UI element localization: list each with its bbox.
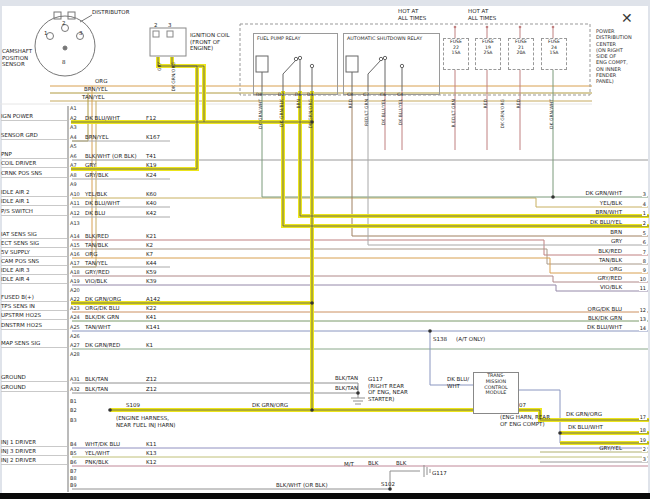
pdc-note: POWER DISTRIBUTION CENTER (ON RIGHT SIDE… xyxy=(596,28,648,84)
wire-label: 8 xyxy=(62,59,66,66)
wire-label: DK GRN/ORG xyxy=(566,411,602,418)
wire-label: C2 xyxy=(363,92,369,97)
wire-label: BLK xyxy=(368,460,378,467)
wire-label: DISTRIBUTOR xyxy=(92,9,129,16)
wiring-diagram-window: FUEL PUMP RELAYAUTOMATIC SHUTDOWN RELAY … xyxy=(0,0,650,499)
wire-label: 1 xyxy=(44,30,48,37)
wire-label: C4 xyxy=(397,92,403,97)
wire-label: BLK xyxy=(396,460,406,467)
wire-label: DK GRN/ORG xyxy=(171,62,176,92)
wire-label: IGNITION COIL (FRONT OF ENGINE) xyxy=(190,32,230,52)
close-icon[interactable]: ✕ xyxy=(621,10,633,26)
wire-label: G117 xyxy=(432,470,447,477)
wire-label: HOT AT ALL TIMES xyxy=(398,8,426,21)
wire-label: 2 xyxy=(62,20,66,27)
tcm-box: TRANS- MISSION CONTROL MODULE xyxy=(473,372,519,414)
wire-label: S109 xyxy=(126,402,140,409)
bottom-window-edge xyxy=(0,493,650,499)
wire-label: DK BLU/WHT xyxy=(568,424,603,431)
wire-label: 3 xyxy=(79,30,83,37)
wire-label: (ENG HARN, REAR OF ENG COMPT) xyxy=(500,414,550,427)
wire-label: BLK/TAN xyxy=(335,385,358,392)
wire-label: DK BLU/ WHT xyxy=(447,376,469,389)
wire-label: G117 (RIGHT REAR OF ENG, NEAR STARTER) xyxy=(368,376,408,402)
wire-label: S138 xyxy=(433,336,447,343)
wire-label: D8 xyxy=(256,92,262,97)
wire-label: C6 xyxy=(380,92,386,97)
wire-label: CAMSHAFT POSITION SENSOR xyxy=(2,48,32,68)
wire-label: D2 xyxy=(278,92,284,97)
wire-label: DK GRN/ORG xyxy=(252,402,288,409)
wire-label: BRN/YEL xyxy=(84,86,107,93)
wire-label: S102 xyxy=(381,481,395,488)
wire-label: 2 xyxy=(154,22,158,29)
wire-label: BLK/TAN xyxy=(335,375,358,382)
wire-label: BLK/WHT (OR BLK) xyxy=(276,482,328,489)
wire-label: D4 xyxy=(307,92,313,97)
wire-label: (ENGINE HARNESS, NEAR FUEL INJ HARN) xyxy=(116,415,176,428)
wire-label: 3 xyxy=(168,22,172,29)
wire-label: GRY xyxy=(157,62,162,71)
wire-label: M/T xyxy=(344,461,354,468)
tcm-label: TRANS- MISSION CONTROL MODULE xyxy=(484,373,507,395)
wire-label: C8 xyxy=(347,92,353,97)
wire-label: D6 xyxy=(295,92,301,97)
wire-label: ORG xyxy=(95,78,107,85)
wire-label: TAN/YEL xyxy=(82,94,105,101)
wire-label: (A/T ONLY) xyxy=(456,336,485,343)
wire-label: HOT AT ALL TIMES xyxy=(468,8,496,21)
